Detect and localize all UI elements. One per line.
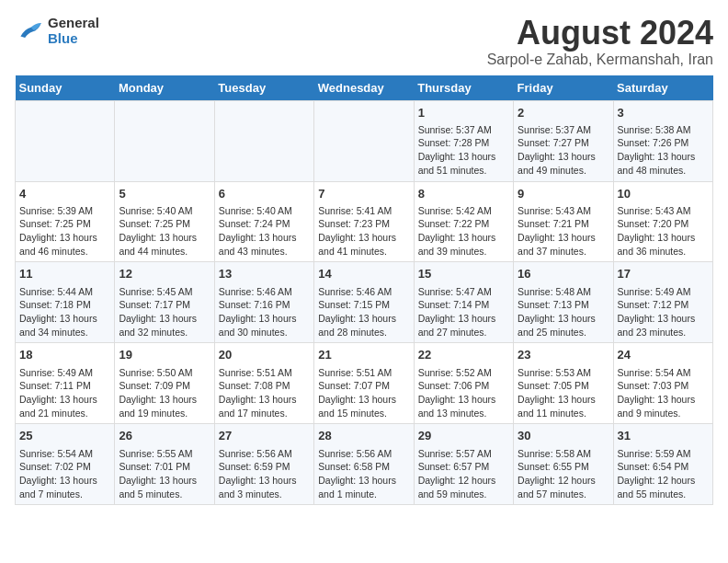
day-info: Sunrise: 5:55 AM Sunset: 7:01 PM Dayligh… xyxy=(119,447,210,501)
logo-icon xyxy=(15,16,44,45)
calendar-cell: 16Sunrise: 5:48 AM Sunset: 7:13 PM Dayli… xyxy=(514,262,613,343)
day-number: 29 xyxy=(418,428,509,444)
calendar-cell: 30Sunrise: 5:58 AM Sunset: 6:55 PM Dayli… xyxy=(514,424,613,505)
day-info: Sunrise: 5:54 AM Sunset: 7:02 PM Dayligh… xyxy=(19,447,110,501)
day-number: 18 xyxy=(19,347,110,363)
day-info: Sunrise: 5:41 AM Sunset: 7:23 PM Dayligh… xyxy=(318,204,409,259)
calendar-cell: 19Sunrise: 5:50 AM Sunset: 7:09 PM Dayli… xyxy=(115,343,214,424)
day-info: Sunrise: 5:54 AM Sunset: 7:03 PM Dayligh… xyxy=(618,366,709,420)
day-info: Sunrise: 5:53 AM Sunset: 7:05 PM Dayligh… xyxy=(518,366,609,420)
day-number: 8 xyxy=(418,186,509,202)
day-info: Sunrise: 5:46 AM Sunset: 7:16 PM Dayligh… xyxy=(219,285,310,339)
day-number: 27 xyxy=(219,428,310,444)
day-info: Sunrise: 5:58 AM Sunset: 6:55 PM Dayligh… xyxy=(518,447,609,501)
day-number: 7 xyxy=(318,186,409,202)
calendar-cell: 15Sunrise: 5:47 AM Sunset: 7:14 PM Dayli… xyxy=(414,262,513,343)
day-header-wednesday: Wednesday xyxy=(314,75,414,101)
calendar-cell xyxy=(16,100,115,181)
day-info: Sunrise: 5:50 AM Sunset: 7:09 PM Dayligh… xyxy=(119,366,210,420)
day-number: 31 xyxy=(618,428,709,444)
day-number: 19 xyxy=(119,347,210,363)
day-number: 5 xyxy=(119,186,210,202)
day-number: 22 xyxy=(418,347,509,363)
day-number: 25 xyxy=(19,428,110,444)
day-number: 30 xyxy=(518,428,609,444)
day-number: 6 xyxy=(219,186,310,202)
day-number: 1 xyxy=(418,105,509,121)
calendar-cell: 13Sunrise: 5:46 AM Sunset: 7:16 PM Dayli… xyxy=(214,262,313,343)
calendar-cell: 10Sunrise: 5:43 AM Sunset: 7:20 PM Dayli… xyxy=(613,181,712,262)
calendar-week-5: 25Sunrise: 5:54 AM Sunset: 7:02 PM Dayli… xyxy=(16,424,713,505)
day-info: Sunrise: 5:51 AM Sunset: 7:08 PM Dayligh… xyxy=(219,366,310,420)
title-block: August 2024 Sarpol-e Zahab, Kermanshah, … xyxy=(487,15,713,68)
day-number: 14 xyxy=(318,266,409,282)
calendar-cell: 25Sunrise: 5:54 AM Sunset: 7:02 PM Dayli… xyxy=(16,424,115,505)
calendar-header-row: SundayMondayTuesdayWednesdayThursdayFrid… xyxy=(16,75,713,101)
calendar-table: SundayMondayTuesdayWednesdayThursdayFrid… xyxy=(15,75,713,506)
day-info: Sunrise: 5:57 AM Sunset: 6:57 PM Dayligh… xyxy=(418,447,509,501)
calendar-subtitle: Sarpol-e Zahab, Kermanshah, Iran xyxy=(487,52,713,68)
calendar-cell xyxy=(214,100,313,181)
calendar-cell: 12Sunrise: 5:45 AM Sunset: 7:17 PM Dayli… xyxy=(115,262,214,343)
day-info: Sunrise: 5:46 AM Sunset: 7:15 PM Dayligh… xyxy=(318,285,409,339)
calendar-cell: 24Sunrise: 5:54 AM Sunset: 7:03 PM Dayli… xyxy=(613,343,712,424)
day-number: 24 xyxy=(618,347,709,363)
day-number: 11 xyxy=(19,266,110,282)
calendar-cell: 21Sunrise: 5:51 AM Sunset: 7:07 PM Dayli… xyxy=(314,343,414,424)
day-number: 23 xyxy=(518,347,609,363)
day-header-thursday: Thursday xyxy=(414,75,513,101)
day-info: Sunrise: 5:47 AM Sunset: 7:14 PM Dayligh… xyxy=(418,285,509,339)
day-number: 15 xyxy=(418,266,509,282)
day-info: Sunrise: 5:43 AM Sunset: 7:21 PM Dayligh… xyxy=(518,204,609,259)
day-info: Sunrise: 5:40 AM Sunset: 7:24 PM Dayligh… xyxy=(219,204,310,259)
calendar-cell: 14Sunrise: 5:46 AM Sunset: 7:15 PM Dayli… xyxy=(314,262,414,343)
calendar-cell: 27Sunrise: 5:56 AM Sunset: 6:59 PM Dayli… xyxy=(214,424,313,505)
logo: General Blue xyxy=(15,15,99,46)
calendar-title: August 2024 xyxy=(487,15,713,52)
calendar-cell xyxy=(115,100,214,181)
day-info: Sunrise: 5:40 AM Sunset: 7:25 PM Dayligh… xyxy=(119,204,210,259)
day-number: 2 xyxy=(518,105,609,121)
calendar-cell: 29Sunrise: 5:57 AM Sunset: 6:57 PM Dayli… xyxy=(414,424,513,505)
calendar-cell: 3Sunrise: 5:38 AM Sunset: 7:26 PM Daylig… xyxy=(613,100,712,181)
day-info: Sunrise: 5:42 AM Sunset: 7:22 PM Dayligh… xyxy=(418,204,509,259)
day-info: Sunrise: 5:48 AM Sunset: 7:13 PM Dayligh… xyxy=(518,285,609,339)
logo-text: General Blue xyxy=(48,15,99,46)
calendar-week-2: 4Sunrise: 5:39 AM Sunset: 7:25 PM Daylig… xyxy=(16,181,713,262)
day-number: 16 xyxy=(518,266,609,282)
day-header-friday: Friday xyxy=(514,75,613,101)
day-number: 13 xyxy=(219,266,310,282)
day-number: 21 xyxy=(318,347,409,363)
day-info: Sunrise: 5:45 AM Sunset: 7:17 PM Dayligh… xyxy=(119,285,210,339)
day-info: Sunrise: 5:37 AM Sunset: 7:28 PM Dayligh… xyxy=(418,123,509,178)
day-info: Sunrise: 5:56 AM Sunset: 6:59 PM Dayligh… xyxy=(219,447,310,501)
page-header: General Blue August 2024 Sarpol-e Zahab,… xyxy=(15,15,713,68)
calendar-cell: 18Sunrise: 5:49 AM Sunset: 7:11 PM Dayli… xyxy=(16,343,115,424)
day-number: 9 xyxy=(518,186,609,202)
calendar-cell: 6Sunrise: 5:40 AM Sunset: 7:24 PM Daylig… xyxy=(214,181,313,262)
day-number: 10 xyxy=(618,186,709,202)
day-number: 20 xyxy=(219,347,310,363)
day-info: Sunrise: 5:39 AM Sunset: 7:25 PM Dayligh… xyxy=(19,204,110,259)
day-header-saturday: Saturday xyxy=(613,75,712,101)
calendar-cell: 4Sunrise: 5:39 AM Sunset: 7:25 PM Daylig… xyxy=(16,181,115,262)
calendar-cell: 23Sunrise: 5:53 AM Sunset: 7:05 PM Dayli… xyxy=(514,343,613,424)
calendar-cell: 5Sunrise: 5:40 AM Sunset: 7:25 PM Daylig… xyxy=(115,181,214,262)
calendar-cell: 1Sunrise: 5:37 AM Sunset: 7:28 PM Daylig… xyxy=(414,100,513,181)
calendar-cell: 2Sunrise: 5:37 AM Sunset: 7:27 PM Daylig… xyxy=(514,100,613,181)
day-number: 3 xyxy=(618,105,709,121)
calendar-cell: 9Sunrise: 5:43 AM Sunset: 7:21 PM Daylig… xyxy=(514,181,613,262)
day-number: 28 xyxy=(318,428,409,444)
day-info: Sunrise: 5:59 AM Sunset: 6:54 PM Dayligh… xyxy=(618,447,709,501)
day-number: 26 xyxy=(119,428,210,444)
calendar-week-3: 11Sunrise: 5:44 AM Sunset: 7:18 PM Dayli… xyxy=(16,262,713,343)
calendar-cell xyxy=(314,100,414,181)
calendar-cell: 20Sunrise: 5:51 AM Sunset: 7:08 PM Dayli… xyxy=(214,343,313,424)
day-number: 12 xyxy=(119,266,210,282)
day-info: Sunrise: 5:44 AM Sunset: 7:18 PM Dayligh… xyxy=(19,285,110,339)
calendar-cell: 8Sunrise: 5:42 AM Sunset: 7:22 PM Daylig… xyxy=(414,181,513,262)
day-info: Sunrise: 5:43 AM Sunset: 7:20 PM Dayligh… xyxy=(618,204,709,259)
calendar-cell: 28Sunrise: 5:56 AM Sunset: 6:58 PM Dayli… xyxy=(314,424,414,505)
day-number: 4 xyxy=(19,186,110,202)
day-info: Sunrise: 5:52 AM Sunset: 7:06 PM Dayligh… xyxy=(418,366,509,420)
